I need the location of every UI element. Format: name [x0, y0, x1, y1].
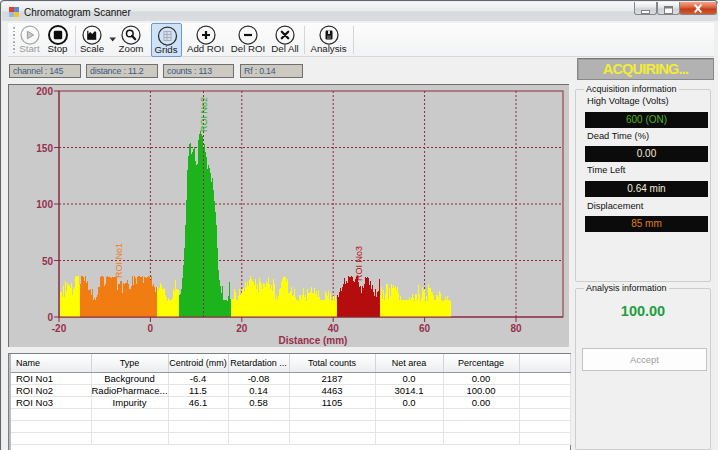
svg-text:ROI No2: ROI No2	[199, 97, 209, 132]
svg-text:50: 50	[42, 256, 54, 267]
svg-text:150: 150	[36, 143, 53, 154]
svg-text:-20: -20	[52, 323, 67, 334]
svg-text:ROI No1: ROI No1	[114, 243, 124, 278]
svg-text:200: 200	[36, 86, 53, 97]
svg-text:20: 20	[236, 323, 248, 334]
svg-text:Distance (mm): Distance (mm)	[279, 335, 348, 346]
svg-text:0: 0	[47, 312, 53, 323]
svg-text:100: 100	[36, 199, 53, 210]
svg-text:40: 40	[328, 323, 340, 334]
svg-text:60: 60	[419, 323, 431, 334]
svg-text:ROI No3: ROI No3	[354, 246, 364, 281]
svg-text:80: 80	[510, 323, 522, 334]
svg-text:0: 0	[148, 323, 154, 334]
